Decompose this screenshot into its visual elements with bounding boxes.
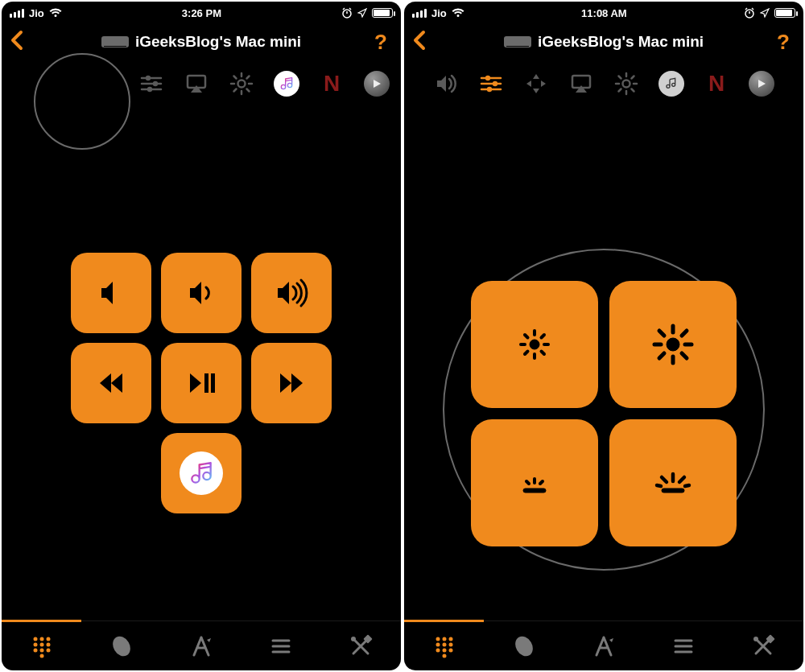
music-app-icon[interactable] (657, 69, 686, 98)
device-icon (504, 36, 531, 47)
netflix-icon[interactable]: N (317, 69, 346, 98)
help-button[interactable]: ? (369, 30, 393, 55)
volume-icon[interactable] (431, 69, 460, 98)
tab-tools[interactable] (724, 621, 803, 670)
rewind-button[interactable] (71, 343, 151, 423)
help-button[interactable]: ? (771, 30, 795, 55)
airplay-icon[interactable] (567, 69, 596, 98)
tab-bar (2, 620, 401, 670)
alarm-icon (744, 7, 755, 19)
app-strip: N (404, 60, 803, 108)
carrier-label: Jio (29, 7, 44, 19)
music-app-button[interactable] (161, 433, 242, 513)
tab-apps[interactable] (564, 621, 643, 670)
device-icon (101, 36, 129, 47)
clock: 11:08 AM (464, 7, 744, 19)
svg-line-67 (349, 8, 351, 10)
media-pad (71, 253, 332, 513)
content-area (2, 108, 401, 620)
play-pause-button[interactable] (161, 343, 242, 423)
tab-apps[interactable] (161, 621, 241, 670)
signal-icon (412, 9, 427, 18)
signal-icon (10, 9, 24, 18)
gear-icon[interactable] (612, 69, 641, 98)
brightness-up-button[interactable] (609, 281, 737, 408)
volume-mute-button[interactable] (71, 253, 151, 333)
tab-mouse[interactable] (484, 621, 564, 670)
airplay-icon[interactable] (182, 69, 211, 98)
sliders-icon[interactable] (137, 69, 166, 98)
battery-icon (372, 8, 393, 18)
volume-down-button[interactable] (161, 253, 242, 333)
tab-tools[interactable] (321, 621, 401, 670)
back-button[interactable] (412, 29, 436, 55)
content-area (404, 108, 803, 620)
back-button[interactable] (10, 29, 34, 55)
wifi-icon (49, 8, 62, 18)
left-screenshot: Jio 3:26 PM iGeeksBlog's Mac mini ? N (2, 2, 401, 670)
forward-button[interactable] (251, 343, 332, 423)
tab-indicator (2, 620, 81, 622)
right-screenshot: Jio 11:08 AM iGeeksBlog's Mac mini ? N (404, 2, 803, 670)
netflix-icon[interactable]: N (702, 69, 731, 98)
wifi-icon (452, 8, 464, 18)
status-bar: Jio 3:26 PM (2, 2, 401, 24)
svg-line-66 (343, 8, 345, 10)
keyboard-backlight-up-button[interactable] (609, 419, 737, 546)
clock: 3:26 PM (62, 7, 341, 19)
app-header: iGeeksBlog's Mac mini ? (2, 24, 401, 60)
tab-mouse[interactable] (81, 621, 161, 670)
tab-keypad[interactable] (404, 621, 484, 670)
tab-bar (404, 620, 803, 670)
tab-indicator (404, 620, 484, 622)
app-header: iGeeksBlog's Mac mini ? (404, 24, 803, 60)
svg-line-70 (745, 8, 747, 10)
brightness-down-button[interactable] (471, 281, 598, 408)
keyboard-backlight-down-button[interactable] (471, 419, 598, 546)
music-app-icon[interactable] (272, 69, 301, 98)
play-app-icon[interactable] (747, 69, 776, 98)
app-strip: N (2, 60, 401, 108)
page-title: iGeeksBlog's Mac mini (135, 33, 301, 51)
tab-menu[interactable] (644, 621, 724, 670)
tab-keypad[interactable] (2, 621, 81, 670)
location-icon (357, 8, 367, 18)
carrier-label: Jio (431, 7, 447, 19)
play-app-icon[interactable] (362, 69, 391, 98)
page-title: iGeeksBlog's Mac mini (538, 33, 704, 51)
location-icon (760, 8, 770, 18)
alarm-icon (341, 7, 353, 19)
status-bar: Jio 11:08 AM (404, 2, 803, 24)
gear-icon[interactable] (227, 69, 256, 98)
tab-menu[interactable] (242, 621, 321, 670)
volume-up-button[interactable] (251, 253, 332, 333)
battery-icon (774, 8, 795, 18)
brightness-pad (471, 281, 737, 546)
svg-line-71 (752, 8, 753, 10)
navigate-icon[interactable] (522, 69, 551, 98)
sliders-icon[interactable] (477, 69, 506, 98)
